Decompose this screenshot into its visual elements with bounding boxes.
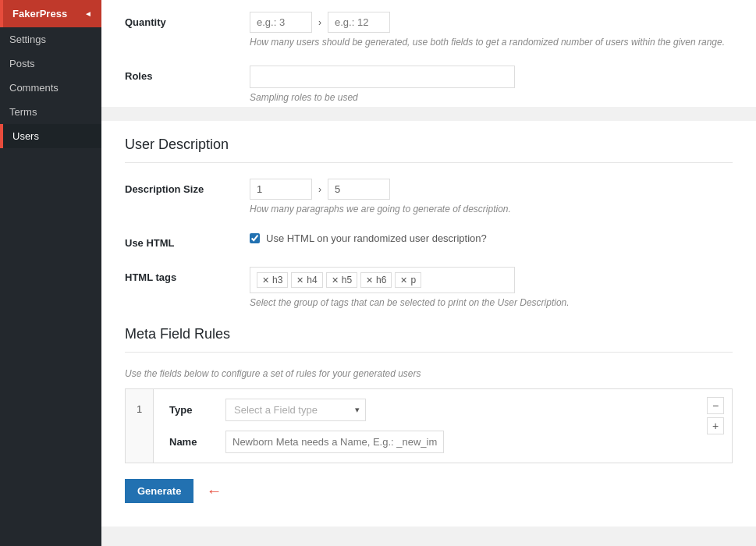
html-tags-hint: Select the group of tags that can be sel… bbox=[250, 297, 733, 308]
quantity-arrow-icon: › bbox=[318, 17, 321, 28]
tag-h5-label: h5 bbox=[342, 275, 352, 285]
quantity-field: › How many users should be generated, us… bbox=[250, 12, 733, 48]
roles-input[interactable] bbox=[250, 66, 515, 88]
roles-hint: Sampling roles to be used bbox=[250, 92, 733, 103]
meta-field-rules-heading: Meta Field Rules bbox=[125, 326, 733, 353]
tag-h3-label: h3 bbox=[272, 275, 282, 285]
meta-rule-content: Type Select a Field type ▾ Name bbox=[154, 389, 732, 463]
description-size-from-input[interactable] bbox=[250, 179, 312, 200]
tag-h6[interactable]: ✕ h6 bbox=[360, 272, 392, 288]
generate-section: Generate ← bbox=[125, 463, 733, 503]
quantity-range-group: › bbox=[250, 12, 733, 33]
tag-h3[interactable]: ✕ h3 bbox=[257, 272, 288, 288]
meta-field-rules-section: Meta Field Rules Use the fields below to… bbox=[125, 326, 733, 463]
quantity-label: Quantity bbox=[125, 12, 250, 28]
quantity-section: Quantity › How many users should be gene… bbox=[101, 0, 756, 107]
use-html-checkbox-row: Use HTML on your randomized user descrip… bbox=[250, 232, 733, 244]
sidebar-item-comments[interactable]: Comments bbox=[0, 76, 101, 100]
html-tags-row: HTML tags ✕ h3 ✕ h4 ✕ h5 bbox=[125, 267, 733, 312]
tag-h4-label: h4 bbox=[307, 275, 317, 285]
arrow-indicator-icon: ← bbox=[206, 482, 222, 500]
meta-rules-hint: Use the fields below to configure a set … bbox=[125, 368, 733, 379]
tag-h3-remove-icon[interactable]: ✕ bbox=[262, 275, 269, 285]
tag-h6-remove-icon[interactable]: ✕ bbox=[366, 275, 373, 285]
use-html-checkbox-label: Use HTML on your randomized user descrip… bbox=[266, 232, 487, 244]
meta-rule-add-button[interactable]: + bbox=[707, 417, 724, 434]
use-html-field: Use HTML on your randomized user descrip… bbox=[250, 232, 733, 244]
meta-rule-box: 1 Type Select a Field type ▾ Name bbox=[125, 388, 733, 463]
tag-h5[interactable]: ✕ h5 bbox=[326, 272, 357, 288]
meta-type-select-wrapper: Select a Field type ▾ bbox=[225, 399, 366, 421]
generate-button[interactable]: Generate bbox=[125, 479, 193, 503]
meta-name-input[interactable] bbox=[225, 431, 444, 453]
main-content: Quantity › How many users should be gene… bbox=[101, 0, 756, 546]
quantity-hint: How many users should be generated, use … bbox=[250, 37, 733, 48]
meta-type-row: Type Select a Field type ▾ bbox=[169, 399, 693, 421]
tag-p-remove-icon[interactable]: ✕ bbox=[400, 275, 407, 285]
user-description-section: User Description Description Size › How … bbox=[101, 121, 756, 526]
description-size-to-input[interactable] bbox=[328, 179, 390, 200]
tag-h6-label: h6 bbox=[376, 275, 386, 285]
tag-h4-remove-icon[interactable]: ✕ bbox=[296, 275, 303, 285]
quantity-to-input[interactable] bbox=[328, 12, 390, 33]
sidebar-item-posts[interactable]: Posts bbox=[0, 51, 101, 76]
use-html-checkbox[interactable] bbox=[250, 233, 260, 243]
tag-p-label: p bbox=[410, 275, 416, 285]
html-tags-container[interactable]: ✕ h3 ✕ h4 ✕ h5 ✕ h6 bbox=[250, 267, 515, 293]
user-description-heading: User Description bbox=[125, 136, 733, 163]
sidebar-brand[interactable]: FakerPress ◄ bbox=[0, 0, 101, 27]
sidebar-item-users[interactable]: Users bbox=[0, 124, 101, 148]
quantity-row: Quantity › How many users should be gene… bbox=[125, 12, 733, 51]
tag-h5-remove-icon[interactable]: ✕ bbox=[332, 275, 339, 285]
meta-name-row: Name bbox=[169, 431, 693, 453]
meta-rule-number: 1 bbox=[126, 389, 154, 463]
html-tags-label: HTML tags bbox=[125, 267, 250, 283]
meta-type-select[interactable]: Select a Field type bbox=[225, 399, 366, 421]
meta-rule-remove-button[interactable]: − bbox=[707, 397, 724, 414]
sidebar-brand-arrow-icon: ◄ bbox=[84, 9, 92, 18]
quantity-from-input[interactable] bbox=[250, 12, 312, 33]
description-size-row: Description Size › How many paragraphs w… bbox=[125, 179, 733, 218]
sidebar: FakerPress ◄ Settings Posts Comments Ter… bbox=[0, 0, 101, 546]
use-html-label: Use HTML bbox=[125, 232, 250, 249]
description-size-arrow-icon: › bbox=[318, 184, 321, 195]
use-html-row: Use HTML Use HTML on your randomized use… bbox=[125, 232, 733, 253]
roles-row: Roles Sampling roles to be used bbox=[125, 66, 733, 107]
tag-h4[interactable]: ✕ h4 bbox=[291, 272, 322, 288]
meta-rule-buttons: − + bbox=[707, 397, 724, 434]
description-size-label: Description Size bbox=[125, 179, 250, 195]
sidebar-item-settings[interactable]: Settings bbox=[0, 27, 101, 51]
sidebar-brand-label: FakerPress bbox=[12, 8, 67, 20]
tag-p[interactable]: ✕ p bbox=[395, 272, 421, 288]
html-tags-field: ✕ h3 ✕ h4 ✕ h5 ✕ h6 bbox=[250, 267, 733, 308]
roles-field: Sampling roles to be used bbox=[250, 66, 733, 103]
roles-label: Roles bbox=[125, 66, 250, 82]
description-size-hint: How many paragraphs we are going to gene… bbox=[250, 204, 733, 214]
sidebar-nav: Settings Posts Comments Terms Users bbox=[0, 27, 101, 546]
description-size-field: › How many paragraphs we are going to ge… bbox=[250, 179, 733, 214]
meta-type-label: Type bbox=[169, 404, 216, 416]
meta-name-label: Name bbox=[169, 436, 216, 448]
description-size-range-group: › bbox=[250, 179, 733, 200]
sidebar-item-terms[interactable]: Terms bbox=[0, 100, 101, 124]
